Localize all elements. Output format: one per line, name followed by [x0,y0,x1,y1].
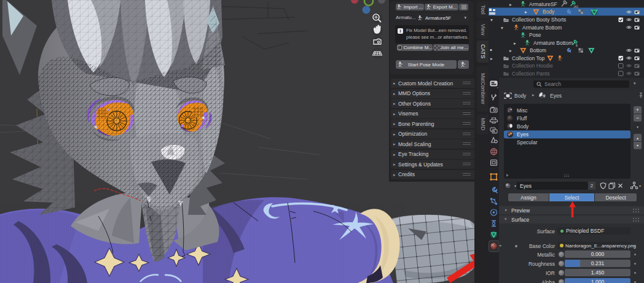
svg-text:Armature Bottom: Armature Bottom [533,40,573,46]
svg-text:▸: ▸ [514,41,516,46]
svg-text:Collection Hoodie: Collection Hoodie [512,63,553,69]
svg-text:Collection Booty Shorts: Collection Booty Shorts [512,17,566,23]
svg-text:▸: ▸ [509,2,512,7]
svg-text:Bottom: Bottom [530,47,546,53]
svg-text:Pose: Pose [529,32,541,38]
svg-text:Misc: Misc [517,107,528,114]
svg-text:ArmatureSF: ArmatureSF [529,1,557,7]
svg-text:Body: Body [543,9,555,15]
svg-text:Collection Top: Collection Top [512,55,545,61]
svg-text:Specular: Specular [517,139,538,145]
svg-text:Fluff: Fluff [517,115,527,122]
svg-text:Eyes: Eyes [517,131,528,138]
svg-text:▸: ▸ [490,56,493,61]
svg-text:▸: ▸ [509,48,512,53]
svg-text:Collection Pants: Collection Pants [512,71,549,77]
svg-text:Armature Bottom: Armature Bottom [522,25,562,31]
svg-text:▾: ▾ [490,17,493,23]
svg-text:Body: Body [517,123,529,130]
svg-text:6: 6 [576,44,578,47]
svg-text:▾: ▾ [501,25,503,31]
svg-text:▸: ▸ [525,9,527,15]
